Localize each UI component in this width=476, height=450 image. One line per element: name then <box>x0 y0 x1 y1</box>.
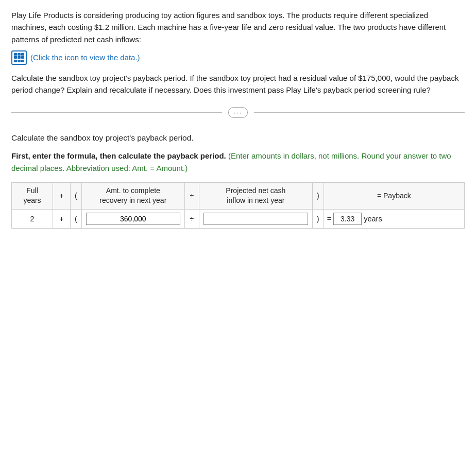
header-open-paren: ( <box>71 182 82 209</box>
table-icon-cell <box>14 60 17 62</box>
icon-link-text[interactable]: (Click the icon to view the data.) <box>30 53 140 62</box>
header-full-years: Fullyears <box>12 182 53 209</box>
instruction-bold: First, enter the formula, then calculate… <box>11 151 226 160</box>
table-icon[interactable] <box>11 50 27 65</box>
section-title: Calculate the sandbox toy project's payb… <box>11 133 465 143</box>
amt-input-field[interactable] <box>86 213 180 225</box>
instruction-text: First, enter the formula, then calculate… <box>11 150 465 174</box>
years-label: years <box>364 215 382 223</box>
divider-row: ··· <box>11 107 465 118</box>
divider-line-right <box>254 112 465 113</box>
cell-full-years-value: 2 <box>12 209 53 228</box>
cell-projected-input[interactable] <box>199 209 312 228</box>
cell-open-paren: ( <box>71 209 82 228</box>
header-close-paren: ) <box>312 182 324 209</box>
table-icon-cell <box>18 60 21 62</box>
projected-input-field[interactable] <box>203 213 308 225</box>
intro-paragraph: Play Life Products is considering produc… <box>11 9 465 45</box>
table-icon-cell <box>14 53 17 56</box>
cell-plus-sign: + <box>53 209 71 228</box>
header-plus: + <box>53 182 71 209</box>
table-icon-cell <box>14 56 17 59</box>
cell-amt-input[interactable] <box>81 209 184 228</box>
question-text: Calculate the sandbox toy project's payb… <box>11 72 465 96</box>
formula-table: Fullyears + ( Amt. to completerecovery i… <box>11 182 465 229</box>
table-icon-cell <box>18 53 21 56</box>
divider-dots: ··· <box>228 107 248 118</box>
header-projected: Projected net cashinflow in next year <box>199 182 312 209</box>
icon-link-row: (Click the icon to view the data.) <box>11 50 465 65</box>
table-icon-cell <box>21 56 24 59</box>
divider-line-left <box>11 112 222 113</box>
header-div: ÷ <box>184 182 199 209</box>
table-icon-cell <box>18 56 21 59</box>
table-icon-cell <box>21 53 24 56</box>
cell-result: = 3.33 years <box>324 209 464 228</box>
header-equals-payback: = Payback <box>324 182 464 209</box>
table-icon-cell <box>21 60 24 62</box>
header-amt: Amt. to completerecovery in next year <box>81 182 184 209</box>
cell-close-paren: ) <box>312 209 324 228</box>
equals-sign: = <box>327 215 331 223</box>
cell-div-sign: ÷ <box>184 209 199 228</box>
result-value: 3.33 <box>333 213 362 225</box>
